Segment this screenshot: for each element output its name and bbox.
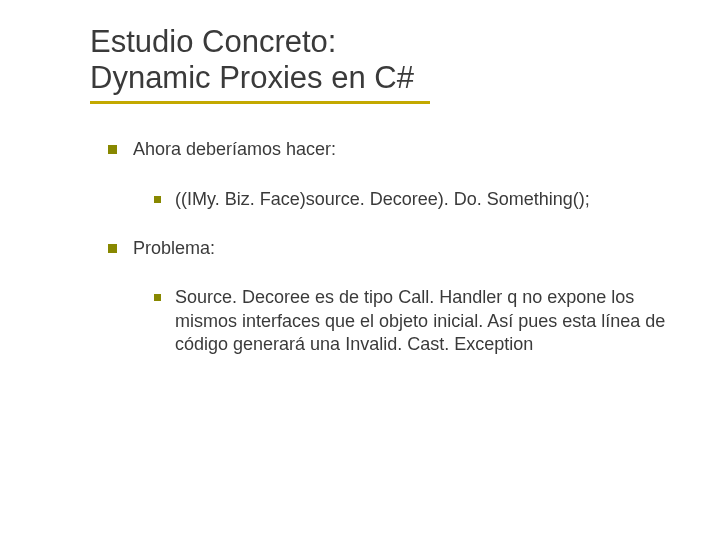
list-item: Ahora deberíamos hacer:	[108, 138, 680, 161]
slide-body: Ahora deberíamos hacer: ((IMy. Biz. Face…	[90, 138, 680, 356]
list-item: Source. Decoree es de tipo Call. Handler…	[154, 286, 680, 356]
title-underline	[90, 101, 430, 104]
bullet-icon	[108, 244, 117, 253]
bullet-icon	[154, 196, 161, 203]
list-item-text: Source. Decoree es de tipo Call. Handler…	[175, 286, 680, 356]
slide: Estudio Concreto: Dynamic Proxies en C# …	[0, 0, 720, 540]
list-item: Problema:	[108, 237, 680, 260]
list-item-text: Ahora deberíamos hacer:	[133, 138, 680, 161]
list-item-text: ((IMy. Biz. Face)source. Decoree). Do. S…	[175, 188, 680, 211]
bullet-icon	[154, 294, 161, 301]
list-item: ((IMy. Biz. Face)source. Decoree). Do. S…	[154, 188, 680, 211]
slide-title: Estudio Concreto: Dynamic Proxies en C#	[90, 24, 680, 95]
title-line-2: Dynamic Proxies en C#	[90, 60, 414, 95]
bullet-icon	[108, 145, 117, 154]
list-item-text: Problema:	[133, 237, 680, 260]
title-line-1: Estudio Concreto:	[90, 24, 336, 59]
